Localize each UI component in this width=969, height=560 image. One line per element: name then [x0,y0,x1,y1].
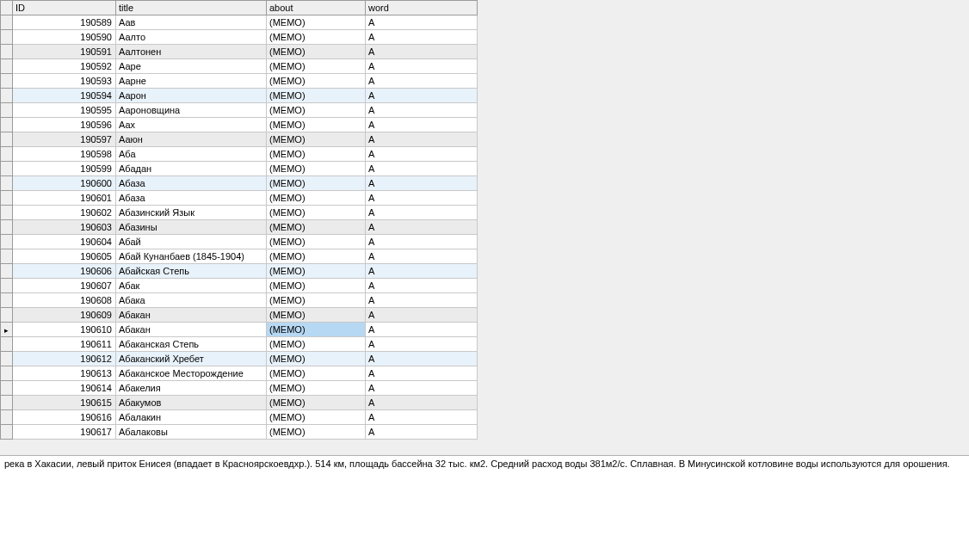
row-marker[interactable] [1,425,13,440]
row-marker[interactable] [1,381,13,396]
cell-about[interactable]: (MEMO) [267,323,366,337]
cell-word[interactable]: А [366,323,478,337]
table-row[interactable]: 190597Ааюн(MEMO)А [1,132,478,147]
cell-title[interactable]: Абакан [116,308,267,323]
cell-about[interactable]: (MEMO) [267,235,366,249]
header-about[interactable]: about [267,1,366,15]
row-marker[interactable] [1,118,13,132]
cell-title[interactable]: Аарон [116,89,267,103]
cell-id[interactable]: 190607 [13,279,116,293]
cell-id[interactable]: 190600 [13,176,116,191]
cell-title[interactable]: Аалто [116,30,267,45]
cell-about[interactable]: (MEMO) [267,103,366,118]
row-marker[interactable] [1,132,13,147]
table-row[interactable]: 190594Аарон(MEMO)А [1,89,478,103]
cell-id[interactable]: 190599 [13,162,116,176]
cell-title[interactable]: Абакумов [116,396,267,410]
cell-about[interactable]: (MEMO) [267,162,366,176]
cell-about[interactable]: (MEMO) [267,366,366,381]
data-table[interactable]: ID title about word 190589Аав(MEMO)А1905… [0,0,478,440]
cell-id[interactable]: 190617 [13,425,116,440]
row-marker[interactable] [1,323,13,337]
cell-about[interactable]: (MEMO) [267,410,366,425]
row-marker[interactable] [1,147,13,162]
row-marker[interactable] [1,74,13,89]
table-row[interactable]: 190605Абай Кунанбаев (1845-1904)(MEMO)А [1,249,478,264]
cell-title[interactable]: Абалакин [116,410,267,425]
table-row[interactable]: 190615Абакумов(MEMO)А [1,396,478,410]
row-marker[interactable] [1,279,13,293]
cell-title[interactable]: Абаканская Степь [116,337,267,352]
table-row[interactable]: 190589Аав(MEMO)А [1,15,478,30]
cell-about[interactable]: (MEMO) [267,396,366,410]
cell-word[interactable]: А [366,293,478,308]
table-row[interactable]: 190607Абак(MEMO)А [1,279,478,293]
cell-title[interactable]: Абаканский Хребет [116,352,267,366]
table-row[interactable]: 190596Аах(MEMO)А [1,118,478,132]
cell-id[interactable]: 190589 [13,15,116,30]
row-marker[interactable] [1,59,13,74]
cell-id[interactable]: 190603 [13,220,116,235]
cell-id[interactable]: 190591 [13,45,116,59]
header-id[interactable]: ID [13,1,116,15]
cell-about[interactable]: (MEMO) [267,45,366,59]
cell-about[interactable]: (MEMO) [267,74,366,89]
row-marker[interactable] [1,410,13,425]
cell-word[interactable]: А [366,249,478,264]
row-marker[interactable] [1,15,13,30]
cell-id[interactable]: 190593 [13,74,116,89]
table-row[interactable]: 190608Абака(MEMO)А [1,293,478,308]
cell-word[interactable]: А [366,147,478,162]
cell-word[interactable]: А [366,30,478,45]
cell-id[interactable]: 190592 [13,59,116,74]
row-marker[interactable] [1,89,13,103]
cell-id[interactable]: 190609 [13,308,116,323]
table-row[interactable]: 190612Абаканский Хребет(MEMO)А [1,352,478,366]
header-marker[interactable] [1,1,13,15]
cell-title[interactable]: Абаканское Месторождение [116,366,267,381]
cell-about[interactable]: (MEMO) [267,147,366,162]
cell-about[interactable]: (MEMO) [267,176,366,191]
cell-about[interactable]: (MEMO) [267,337,366,352]
cell-word[interactable]: А [366,132,478,147]
cell-title[interactable]: Аароновщина [116,103,267,118]
cell-id[interactable]: 190606 [13,264,116,279]
cell-word[interactable]: А [366,279,478,293]
cell-about[interactable]: (MEMO) [267,293,366,308]
cell-id[interactable]: 190616 [13,410,116,425]
cell-word[interactable]: А [366,118,478,132]
cell-id[interactable]: 190614 [13,381,116,396]
table-row[interactable]: 190595Аароновщина(MEMO)А [1,103,478,118]
cell-word[interactable]: А [366,337,478,352]
cell-id[interactable]: 190601 [13,191,116,206]
cell-word[interactable]: А [366,15,478,30]
row-marker[interactable] [1,396,13,410]
cell-word[interactable]: А [366,381,478,396]
cell-word[interactable]: А [366,220,478,235]
table-row[interactable]: 190593Аарне(MEMO)А [1,74,478,89]
table-row[interactable]: 190611Абаканская Степь(MEMO)А [1,337,478,352]
cell-id[interactable]: 190605 [13,249,116,264]
table-row[interactable]: 190592Ааре(MEMO)А [1,59,478,74]
cell-title[interactable]: Абаза [116,176,267,191]
cell-word[interactable]: А [366,235,478,249]
row-marker[interactable] [1,235,13,249]
table-row[interactable]: 190604Абай(MEMO)А [1,235,478,249]
cell-word[interactable]: А [366,308,478,323]
cell-id[interactable]: 190598 [13,147,116,162]
table-row[interactable]: 190617Абалаковы(MEMO)А [1,425,478,440]
cell-about[interactable]: (MEMO) [267,279,366,293]
cell-id[interactable]: 190597 [13,132,116,147]
cell-word[interactable]: А [366,45,478,59]
table-row[interactable]: 190591Аалтонен(MEMO)А [1,45,478,59]
cell-word[interactable]: А [366,366,478,381]
table-row[interactable]: 190606Абайская Степь(MEMO)А [1,264,478,279]
cell-title[interactable]: Абайская Степь [116,264,267,279]
row-marker[interactable] [1,45,13,59]
row-marker[interactable] [1,206,13,220]
row-marker[interactable] [1,308,13,323]
table-row[interactable]: 190590Аалто(MEMO)А [1,30,478,45]
cell-about[interactable]: (MEMO) [267,59,366,74]
row-marker[interactable] [1,176,13,191]
cell-about[interactable]: (MEMO) [267,308,366,323]
